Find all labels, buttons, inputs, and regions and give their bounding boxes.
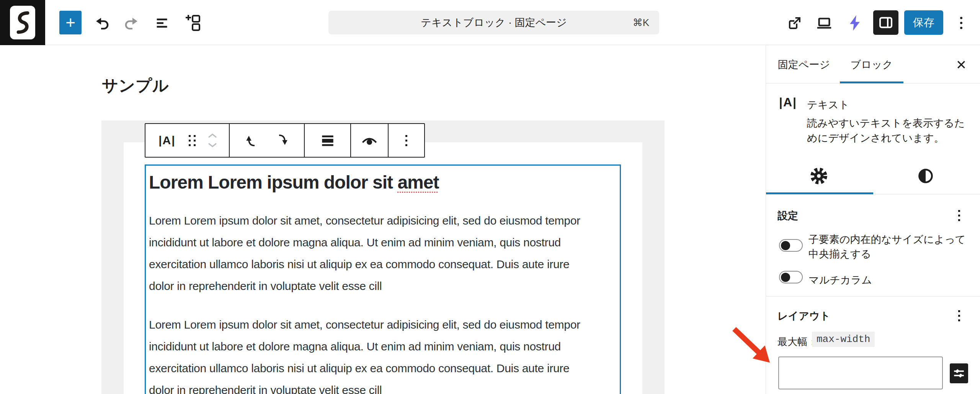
tab-settings[interactable] — [804, 163, 834, 189]
kebab-menu-icon — [958, 310, 960, 321]
section-divider — [766, 296, 980, 296]
sidebar-tab-bar: 固定ページ ブロック — [766, 46, 980, 83]
chevron-up-icon — [207, 133, 217, 138]
laptop-icon — [815, 14, 833, 32]
site-logo-icon — [10, 6, 35, 39]
redo-button[interactable] — [121, 12, 143, 34]
settings-section-options-button[interactable] — [951, 205, 967, 225]
selected-text-block[interactable]: Lorem Lorem ipsum dolor sit amet Lorem L… — [145, 164, 621, 394]
sliders-icon — [952, 367, 965, 380]
heading-text: Lorem Lorem ipsum dolor sit — [149, 172, 393, 192]
move-up-button[interactable] — [242, 132, 261, 148]
top-toolbar: + — [0, 0, 980, 45]
layout-section-title: レイアウト — [777, 309, 830, 323]
toolbar-group-align — [305, 124, 351, 157]
editor-options-button[interactable] — [950, 12, 972, 34]
settings-sidebar: 固定ページ ブロック |A| テキスト 読みやすいテキストを表示するためにデザイ… — [766, 46, 980, 394]
text-block-icon: |A| — [158, 134, 175, 147]
tab-page[interactable]: 固定ページ — [775, 46, 833, 83]
undo-button[interactable] — [90, 12, 113, 34]
settings-sidebar-toggle[interactable] — [873, 10, 898, 35]
chevron-down-icon — [207, 142, 217, 148]
toolbar-group-options — [389, 124, 424, 157]
alignment-button[interactable] — [318, 132, 338, 149]
toggle-knob — [781, 273, 790, 282]
tab-styles[interactable] — [910, 163, 941, 189]
close-icon — [956, 59, 967, 70]
site-logo-button[interactable] — [0, 0, 45, 45]
block-heading[interactable]: Lorem Lorem ipsum dolor sit amet — [149, 173, 617, 193]
contrast-half-circle-icon — [917, 167, 934, 185]
command-shortcut: ⌘K — [633, 17, 649, 29]
toggle-label: 子要素の内在的なサイズによって中央揃えする — [808, 232, 972, 261]
kebab-menu-icon — [958, 210, 960, 221]
eye-icon — [361, 133, 378, 148]
center-by-intrinsic-size-toggle[interactable] — [779, 239, 803, 252]
sidebar-panel-icon — [878, 15, 893, 30]
max-width-input[interactable] — [778, 357, 943, 389]
patterns-icon — [185, 14, 203, 32]
external-link-icon — [786, 15, 802, 31]
lightning-bolt-icon — [846, 13, 863, 33]
max-width-label: 最大幅： — [777, 335, 817, 348]
view-site-button[interactable] — [783, 12, 805, 34]
toolbar-group-primary: |A| — [145, 124, 230, 157]
toolbar-group-move — [230, 124, 305, 157]
layout-advanced-settings-button[interactable] — [950, 363, 968, 383]
close-sidebar-button[interactable] — [952, 55, 970, 74]
drag-handle[interactable] — [189, 135, 196, 146]
toolbar-group-visibility — [351, 124, 389, 157]
block-paragraph[interactable]: Lorem Lorem ipsum dolor sit amet, consec… — [149, 314, 597, 394]
multi-column-toggle[interactable] — [779, 271, 803, 283]
list-view-icon — [154, 14, 172, 32]
block-toolbar: |A| — [145, 123, 425, 158]
undo-icon — [93, 15, 110, 31]
document-overview-bar[interactable]: テキストブロック · 固定ページ ⌘K — [328, 11, 659, 34]
active-inspector-tab-underline — [766, 192, 873, 194]
settings-section-title: 設定 — [777, 209, 798, 223]
block-options-button[interactable] — [404, 135, 409, 146]
patterns-library-button[interactable] — [183, 12, 205, 34]
block-mover[interactable] — [207, 133, 217, 148]
performance-boost-button[interactable] — [844, 12, 866, 34]
block-card-description: 読みやすいテキストを表示するためにデザインされています。 — [807, 116, 972, 146]
document-title: テキストブロック · 固定ページ — [421, 16, 567, 29]
list-view-button[interactable] — [152, 12, 174, 34]
visibility-button[interactable] — [359, 133, 380, 148]
block-card-title: テキスト — [807, 98, 849, 112]
kebab-menu-icon — [405, 135, 407, 146]
block-editor-window: + — [0, 0, 980, 394]
toggle-knob — [781, 241, 790, 250]
max-width-code-chip: max-width — [812, 332, 875, 347]
tab-block[interactable]: ブロック — [840, 46, 903, 83]
move-down-button[interactable] — [273, 132, 292, 148]
page-title[interactable]: サンプル — [102, 75, 169, 96]
toggle-label: マルチカラム — [808, 273, 972, 287]
redo-icon — [124, 15, 140, 31]
block-inserter-button[interactable]: + — [59, 11, 82, 34]
kebab-menu-icon — [960, 17, 962, 29]
save-button[interactable]: 保存 — [904, 10, 943, 35]
active-tab-underline — [840, 81, 903, 83]
text-block-icon: |A| — [779, 95, 797, 109]
text-block-type-button[interactable]: |A| — [157, 134, 177, 147]
justify-align-icon — [319, 132, 336, 149]
block-paragraph[interactable]: Lorem Lorem ipsum dolor sit amet, consec… — [149, 210, 597, 297]
layout-section-options-button[interactable] — [951, 306, 967, 326]
curved-arrow-up-icon — [243, 132, 259, 148]
gear-icon — [810, 167, 828, 185]
preview-device-button[interactable] — [813, 12, 835, 34]
curved-arrow-down-icon — [274, 132, 291, 148]
inspector-tab-bar — [766, 156, 980, 194]
misspelled-word: amet — [397, 172, 439, 192]
